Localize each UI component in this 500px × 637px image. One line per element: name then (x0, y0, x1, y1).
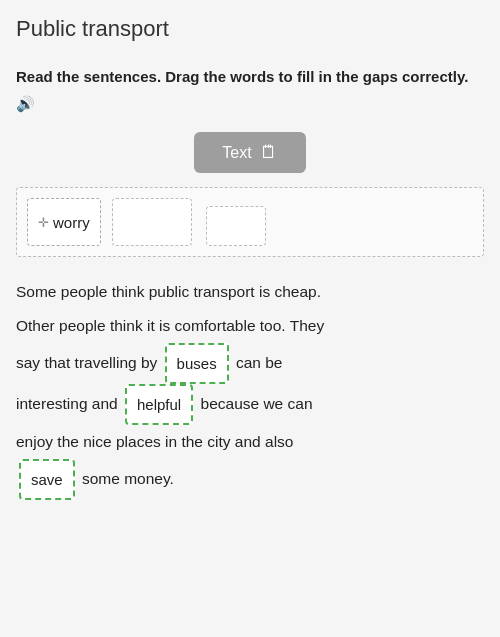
inline-word-helpful[interactable]: helpful (125, 384, 193, 425)
content-line6: save some money. (16, 459, 484, 500)
content-line1: Some people think public transport is ch… (16, 275, 484, 309)
content-area: Some people think public transport is ch… (16, 275, 484, 500)
drag-area[interactable]: ✛ worry (16, 187, 484, 257)
empty-drop-slot-2[interactable] (206, 206, 266, 246)
inline-word-save[interactable]: save (19, 459, 75, 500)
instruction-text: Read the sentences. Drag the words to fi… (16, 66, 468, 87)
doc-icon: 🗒 (260, 142, 278, 163)
content-line5: enjoy the nice places in the city and al… (16, 425, 484, 459)
content-line4: interesting and helpful because we can (16, 384, 484, 425)
drag-word-label: worry (53, 214, 90, 231)
content-line3: say that travelling by buses can be (16, 343, 484, 384)
instruction: Read the sentences. Drag the words to fi… (16, 66, 484, 114)
content-line2: Other people think it is comfortable too… (16, 309, 484, 343)
line3-post: can be (236, 354, 283, 371)
line3-pre: say that travelling by (16, 354, 157, 371)
text-button-label: Text (222, 144, 251, 162)
text-button[interactable]: Text 🗒 (194, 132, 305, 173)
speaker-icon[interactable]: 🔊 (16, 93, 35, 114)
line4-pre: interesting and (16, 395, 118, 412)
line4-post: because we can (201, 395, 313, 412)
empty-drop-slot-1[interactable] (112, 198, 192, 246)
inline-word-buses[interactable]: buses (165, 343, 229, 384)
drag-handle-icon: ✛ (38, 215, 49, 230)
page-title: Public transport (16, 16, 484, 48)
drag-word-worry[interactable]: ✛ worry (27, 198, 101, 246)
line6-post: some money. (82, 470, 174, 487)
